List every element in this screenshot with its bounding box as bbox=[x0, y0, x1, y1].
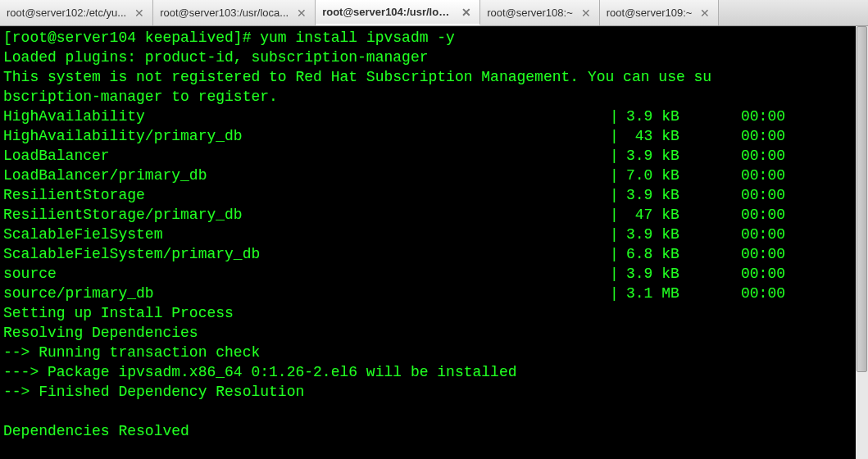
repo-size: 47 kB bbox=[626, 205, 708, 225]
tab-label: root@server103:/usr/loca... bbox=[160, 7, 289, 19]
close-icon[interactable]: ✕ bbox=[134, 7, 144, 19]
repo-name: LoadBalancer/primary_db bbox=[3, 166, 610, 185]
repo-row: source/primary_db|3.1 MB00:00 bbox=[3, 284, 865, 303]
repo-row: ScalableFielSystem|3.9 kB00:00 bbox=[3, 225, 865, 244]
repo-time: 00:00 bbox=[741, 244, 785, 264]
separator: | bbox=[610, 284, 626, 303]
repo-size: 3.9 kB bbox=[626, 107, 708, 126]
output-line: --> Finished Dependency Resolution bbox=[3, 384, 304, 400]
repo-name: ResilientStorage/primary_db bbox=[3, 205, 610, 225]
output-line: Setting up Install Process bbox=[3, 305, 234, 321]
repo-row: source|3.9 kB00:00 bbox=[3, 264, 865, 284]
repo-name: LoadBalancer bbox=[3, 146, 610, 166]
tab-label: root@server109:~ bbox=[607, 7, 693, 19]
repo-time: 00:00 bbox=[741, 205, 785, 225]
repo-row: LoadBalancer|3.9 kB00:00 bbox=[3, 146, 865, 166]
repo-row: LoadBalancer/primary_db|7.0 kB00:00 bbox=[3, 166, 865, 185]
separator: | bbox=[610, 264, 626, 284]
separator: | bbox=[610, 185, 626, 205]
close-icon[interactable]: ✕ bbox=[461, 7, 471, 18]
repo-row: HighAvailability/primary_db| 43 kB00:00 bbox=[3, 126, 865, 146]
repo-size: 3.9 kB bbox=[626, 146, 708, 166]
output-line: This system is not registered to Red Hat… bbox=[3, 69, 711, 85]
separator: | bbox=[610, 146, 626, 166]
close-icon[interactable]: ✕ bbox=[581, 7, 591, 19]
repo-time: 00:00 bbox=[741, 264, 785, 284]
repo-name: ScalableFielSystem/primary_db bbox=[3, 244, 610, 264]
output-line: Dependencies Resolved bbox=[3, 423, 189, 439]
repo-size: 3.9 kB bbox=[626, 264, 708, 284]
scrollbar-vertical[interactable] bbox=[856, 26, 868, 459]
tab-server103[interactable]: root@server103:/usr/loca... ✕ bbox=[153, 0, 316, 25]
repo-time: 00:00 bbox=[741, 107, 785, 126]
repo-size: 6.8 kB bbox=[626, 244, 708, 264]
separator: | bbox=[610, 205, 626, 225]
tab-server102[interactable]: root@server102:/etc/yu... ✕ bbox=[0, 0, 153, 25]
output-line: --> Running transaction check bbox=[3, 344, 260, 361]
repo-name: ScalableFielSystem bbox=[3, 225, 610, 244]
separator: | bbox=[610, 166, 626, 185]
separator: | bbox=[610, 244, 626, 264]
repo-size: 43 kB bbox=[626, 126, 708, 146]
repo-time: 00:00 bbox=[741, 166, 785, 185]
close-icon[interactable]: ✕ bbox=[297, 7, 307, 19]
repo-name: HighAvailability/primary_db bbox=[3, 126, 610, 146]
repo-time: 00:00 bbox=[741, 126, 785, 146]
repo-size: 3.9 kB bbox=[626, 185, 708, 205]
typed-command: yum install ipvsadm -y bbox=[260, 30, 455, 46]
repo-name: ResilientStorage bbox=[3, 185, 610, 205]
repo-row: HighAvailability|3.9 kB00:00 bbox=[3, 107, 865, 126]
repo-size: 7.0 kB bbox=[626, 166, 708, 185]
repo-time: 00:00 bbox=[741, 284, 785, 303]
repo-row: ScalableFielSystem/primary_db|6.8 kB00:0… bbox=[3, 244, 865, 264]
repo-name: HighAvailability bbox=[3, 107, 610, 126]
separator: | bbox=[610, 225, 626, 244]
tab-server104[interactable]: root@server104:/usr/loca... ✕ bbox=[316, 0, 480, 25]
separator: | bbox=[610, 126, 626, 146]
output-line: Loaded plugins: product-id, subscription… bbox=[3, 49, 428, 66]
tab-label: root@server108:~ bbox=[487, 7, 573, 19]
scrollbar-thumb[interactable] bbox=[857, 26, 867, 372]
terminal-output[interactable]: [root@server104 keepalived]# yum install… bbox=[0, 26, 868, 459]
tab-label: root@server104:/usr/loca... bbox=[322, 6, 453, 18]
shell-prompt: [root@server104 keepalived]# bbox=[3, 30, 251, 46]
output-line: bscription-manager to register. bbox=[3, 89, 278, 105]
repo-name: source/primary_db bbox=[3, 284, 610, 303]
repo-size: 3.1 MB bbox=[626, 284, 708, 303]
repo-time: 00:00 bbox=[741, 225, 785, 244]
tab-server108[interactable]: root@server108:~ ✕ bbox=[480, 0, 600, 25]
close-icon[interactable]: ✕ bbox=[700, 7, 710, 19]
repo-size: 3.9 kB bbox=[626, 225, 708, 244]
repo-row: ResilientStorage/primary_db| 47 kB00:00 bbox=[3, 205, 865, 225]
repo-time: 00:00 bbox=[741, 185, 785, 205]
tabbar-filler bbox=[719, 0, 868, 25]
repo-name: source bbox=[3, 264, 610, 284]
tab-server109[interactable]: root@server109:~ ✕ bbox=[600, 0, 720, 25]
terminal-tabbar: root@server102:/etc/yu... ✕ root@server1… bbox=[0, 0, 868, 26]
repo-row: ResilientStorage|3.9 kB00:00 bbox=[3, 185, 865, 205]
separator: | bbox=[610, 107, 626, 126]
output-line: ---> Package ipvsadm.x86_64 0:1.26-2.el6… bbox=[3, 364, 517, 380]
repo-time: 00:00 bbox=[741, 146, 785, 166]
output-line: Resolving Dependencies bbox=[3, 325, 198, 341]
tab-label: root@server102:/etc/yu... bbox=[7, 7, 126, 19]
